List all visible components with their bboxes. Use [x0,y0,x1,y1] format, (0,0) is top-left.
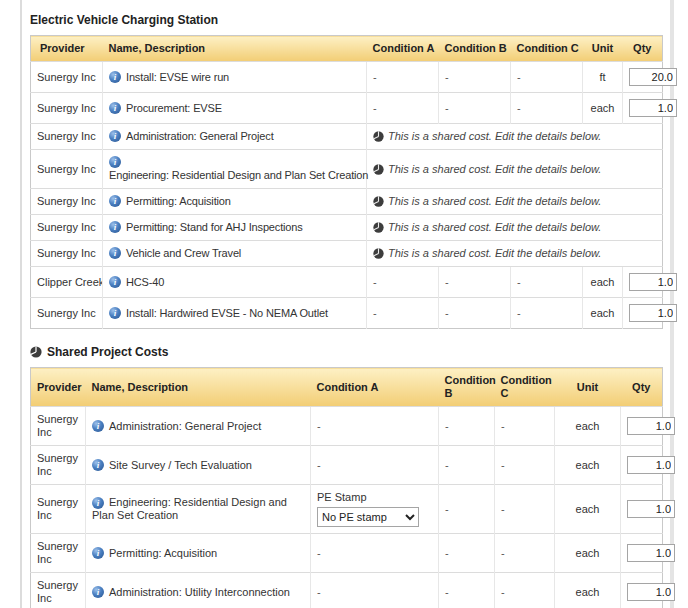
qty-input[interactable] [629,99,677,117]
info-icon[interactable] [92,420,104,432]
qty-input[interactable] [629,68,677,86]
unit-cell: each [555,407,621,446]
condition-c-cell: - [511,93,583,124]
ev-charging-table: Provider Name, Description Condition A C… [30,35,663,329]
table-row: Sunergy Inc Permitting: Acquisition - - … [31,534,663,573]
provider-cell: Sunergy Inc [31,298,103,329]
name-cell: Engineering: Residential Design and Plan… [86,485,311,534]
info-icon[interactable] [109,307,121,319]
condition-c-cell: - [495,407,555,446]
qty-cell [621,534,663,573]
name-cell: Permitting: Stand for AHJ Inspections [103,215,367,241]
qty-cell [621,573,663,608]
info-icon[interactable] [109,130,121,142]
info-icon[interactable] [109,71,121,83]
info-icon[interactable] [92,547,104,559]
info-icon[interactable] [109,247,121,259]
provider-cell: Sunergy Inc [31,485,86,534]
table-row: Sunergy Inc Install: Hardwired EVSE - No… [31,298,663,329]
provider-cell: Sunergy Inc [31,189,103,215]
qty-input[interactable] [629,304,677,322]
provider-cell: Sunergy Inc [31,241,103,267]
header-provider: Provider [31,368,86,407]
name-cell: Install: Hardwired EVSE - No NEMA Outlet [103,298,367,329]
condition-b-cell: - [439,573,495,608]
unit-cell: each [555,485,621,534]
condition-a-cell: - [311,407,439,446]
unit-cell: each [583,93,623,124]
qty-input[interactable] [627,417,675,435]
info-icon[interactable] [92,586,104,598]
condition-c-cell: - [495,485,555,534]
provider-cell: Sunergy Inc [31,407,86,446]
name-cell: Administration: General Project [86,407,311,446]
info-icon[interactable] [109,276,121,288]
qty-input[interactable] [627,583,675,601]
condition-c-cell: - [511,298,583,329]
condition-b-cell: - [439,407,495,446]
name-cell: Administration: General Project [103,124,367,150]
qty-cell [621,446,663,485]
condition-b-cell: - [439,446,495,485]
qty-input[interactable] [629,273,677,291]
condition-a-cell: - [311,534,439,573]
condition-a-cell: - [367,267,439,298]
shared-note-text: This is a shared cost. Edit the details … [388,163,601,175]
item-name: HCS-40 [126,276,164,288]
provider-cell: Sunergy Inc [31,62,103,93]
info-icon[interactable] [109,195,121,207]
header-name-description: Name, Description [103,36,367,62]
header-name-description: Name, Description [86,368,311,407]
table-row-shared: Sunergy Inc Permitting: Stand for AHJ In… [31,215,663,241]
shared-cost-note: This is a shared cost. Edit the details … [367,241,663,267]
item-name: Vehicle and Crew Travel [126,247,241,259]
unit-cell: each [555,534,621,573]
table-row-shared: Sunergy Inc Administration: General Proj… [31,124,663,150]
provider-cell: Sunergy Inc [31,215,103,241]
qty-cell [623,62,663,93]
pie-chart-icon [373,131,384,142]
unit-cell: each [583,298,623,329]
table-row: Clipper Creek HCS-40 - - - each [31,267,663,298]
info-icon[interactable] [92,459,104,471]
qty-input[interactable] [627,456,675,474]
header-condition-b: Condition B [439,368,495,407]
qty-input[interactable] [627,500,675,518]
condition-a-cell: - [311,446,439,485]
name-cell: Install: EVSE wire run [103,62,367,93]
table-row: Sunergy Inc Administration: Utility Inte… [31,573,663,608]
name-cell: Site Survey / Tech Evaluation [86,446,311,485]
condition-c-cell: - [495,446,555,485]
info-icon[interactable] [109,156,121,168]
unit-cell: each [583,267,623,298]
item-name: Engineering: Residential Design and Plan… [92,496,287,521]
item-name: Install: EVSE wire run [126,71,229,83]
name-cell: Vehicle and Crew Travel [103,241,367,267]
header-provider: Provider [31,36,103,62]
condition-a-cell: - [311,573,439,608]
pe-stamp-select[interactable]: No PE stamp [317,507,419,527]
header-qty: Qty [621,368,663,407]
qty-cell [621,407,663,446]
unit-cell: each [555,573,621,608]
qty-input[interactable] [627,544,675,562]
table-row-shared: Sunergy Inc Engineering: Residential Des… [31,150,663,189]
pe-stamp-label: PE Stamp [317,491,432,504]
table-row: Sunergy Inc Administration: General Proj… [31,407,663,446]
page-container: Electric Vehicle Charging Station Provid… [20,0,674,608]
info-icon[interactable] [92,497,104,509]
shared-note-text: This is a shared cost. Edit the details … [388,130,601,142]
condition-c-cell: - [495,573,555,608]
info-icon[interactable] [109,102,121,114]
table-header-row: Provider Name, Description Condition A C… [31,36,663,62]
info-icon[interactable] [109,221,121,233]
shared-note-text: This is a shared cost. Edit the details … [388,247,601,259]
name-cell: HCS-40 [103,267,367,298]
shared-costs-section-title: Shared Project Costs [30,345,664,359]
provider-cell: Sunergy Inc [31,124,103,150]
table-row: Sunergy Inc Site Survey / Tech Evaluatio… [31,446,663,485]
condition-b-cell: - [439,267,511,298]
provider-cell: Sunergy Inc [31,534,86,573]
table-row-shared: Sunergy Inc Vehicle and Crew Travel This… [31,241,663,267]
condition-a-cell: - [367,298,439,329]
